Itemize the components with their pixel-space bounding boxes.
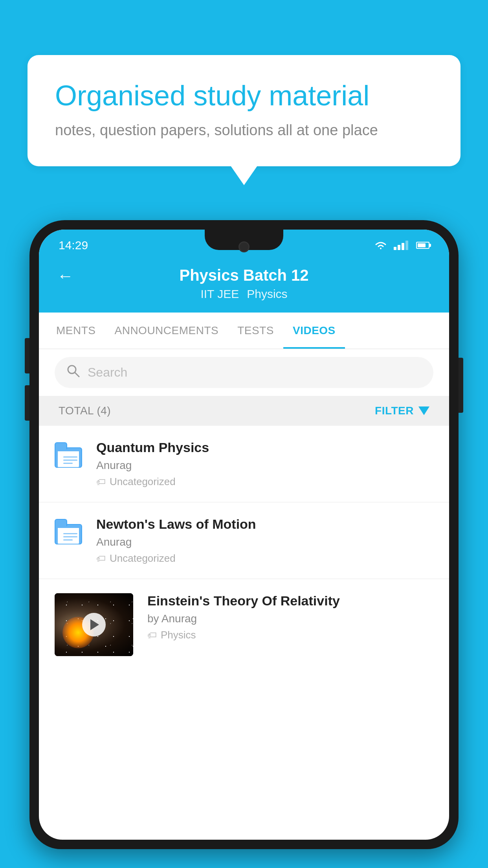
video-list: Quantum Physics Anurag 🏷 Uncategorized	[39, 426, 449, 670]
status-icons	[374, 240, 429, 251]
page-title: Physics Batch 12	[179, 267, 308, 284]
header-subtitle: IIT JEE Physics	[200, 287, 287, 301]
search-placeholder: Search	[88, 365, 127, 380]
filter-icon	[418, 406, 429, 415]
tabs-container: MENTS ANNOUNCEMENTS TESTS VIDEOS	[39, 313, 449, 349]
phone-outer: 14:29	[29, 220, 459, 849]
play-button[interactable]	[82, 613, 106, 636]
app-header: ← Physics Batch 12 IIT JEE Physics	[39, 257, 449, 313]
play-icon	[90, 619, 99, 630]
signal-icon	[394, 241, 408, 250]
video-author: by Anurag	[147, 612, 433, 625]
speech-bubble: Organised study material notes, question…	[28, 55, 460, 166]
video-title: Quantum Physics	[96, 440, 433, 455]
search-icon	[66, 364, 80, 381]
video-thumbnail	[55, 593, 133, 656]
promo-section: Organised study material notes, question…	[28, 55, 460, 166]
front-camera	[238, 241, 250, 252]
back-button[interactable]: ←	[57, 267, 73, 285]
header-tag-physics: Physics	[247, 287, 287, 301]
phone-notch	[205, 230, 283, 250]
wifi-icon	[374, 240, 387, 251]
power-button	[459, 358, 463, 413]
list-item[interactable]: Einstein's Theory Of Relativity by Anura…	[39, 579, 449, 670]
header-tag-iitjee: IIT JEE	[200, 287, 239, 301]
search-bar[interactable]: Search	[55, 357, 433, 388]
phone-screen: 14:29	[39, 230, 449, 840]
video-author: Anurag	[96, 459, 433, 472]
status-time: 14:29	[59, 239, 88, 252]
folder-icon	[55, 519, 82, 544]
tag-icon: 🏷	[96, 553, 106, 564]
volume-up-button	[25, 338, 29, 373]
video-info: Quantum Physics Anurag 🏷 Uncategorized	[96, 440, 433, 488]
video-info: Einstein's Theory Of Relativity by Anura…	[147, 593, 433, 641]
tag-icon: 🏷	[96, 476, 106, 487]
tab-ments[interactable]: MENTS	[47, 313, 105, 349]
video-title: Newton's Laws of Motion	[96, 517, 433, 532]
bubble-title: Organised study material	[55, 79, 433, 112]
video-tag: 🏷 Uncategorized	[96, 476, 433, 488]
video-author: Anurag	[96, 536, 433, 548]
tab-tests[interactable]: TESTS	[228, 313, 283, 349]
video-tag: 🏷 Uncategorized	[96, 552, 433, 565]
video-tag: 🏷 Physics	[147, 629, 433, 641]
folder-icon	[55, 442, 82, 468]
bubble-subtitle: notes, question papers, solutions all at…	[55, 122, 433, 139]
tab-videos[interactable]: VIDEOS	[283, 313, 345, 349]
tag-icon: 🏷	[147, 630, 157, 641]
volume-down-button	[25, 385, 29, 421]
phone-mockup: 14:29	[29, 220, 459, 868]
list-item[interactable]: Quantum Physics Anurag 🏷 Uncategorized	[39, 426, 449, 502]
total-count: TOTAL (4)	[59, 405, 111, 417]
filter-bar: TOTAL (4) FILTER	[39, 396, 449, 426]
video-info: Newton's Laws of Motion Anurag 🏷 Uncateg…	[96, 517, 433, 565]
filter-button[interactable]: FILTER	[375, 405, 429, 417]
video-title: Einstein's Theory Of Relativity	[147, 593, 433, 609]
tab-announcements[interactable]: ANNOUNCEMENTS	[105, 313, 228, 349]
list-item[interactable]: Newton's Laws of Motion Anurag 🏷 Uncateg…	[39, 502, 449, 579]
svg-line-1	[75, 373, 79, 377]
battery-icon	[416, 242, 429, 249]
search-container: Search	[39, 349, 449, 396]
